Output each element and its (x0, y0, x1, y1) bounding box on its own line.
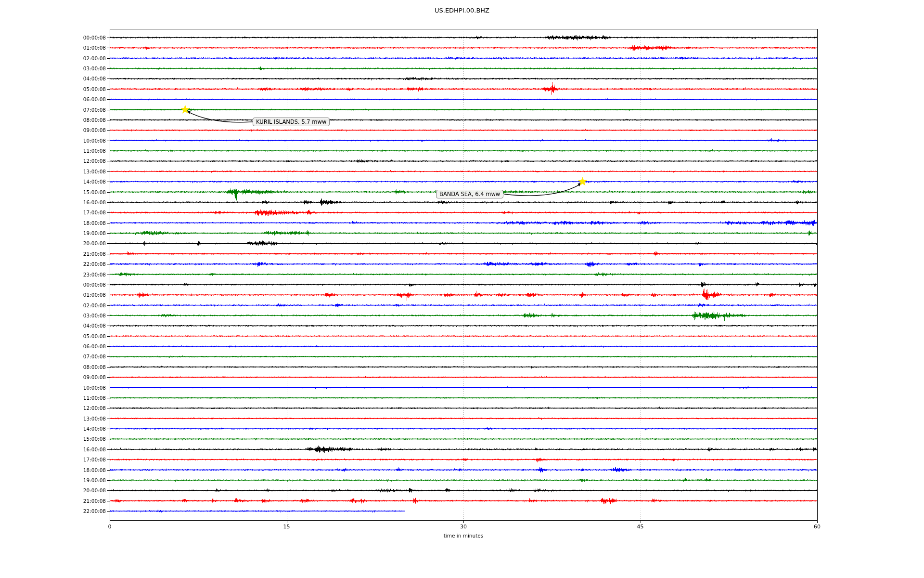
event-annotation-kuril-islands: KURIL ISLANDS, 5.7 mww (253, 118, 330, 126)
y-axis-label: 21:00:08 (58, 251, 106, 257)
y-axis-label: 04:00:08 (58, 323, 106, 328)
y-axis-label: 08:00:08 (58, 117, 106, 123)
y-axis-label: 03:00:08 (58, 66, 106, 71)
y-axis-label: 17:00:08 (58, 457, 106, 462)
x-axis-tick-label: 0 (108, 524, 112, 530)
y-axis-label: 16:00:08 (58, 199, 106, 205)
event-annotation-banda-sea: BANDA SEA, 6.4 mww (436, 190, 503, 198)
y-axis-label: 18:00:08 (58, 220, 106, 226)
y-axis-label: 23:00:08 (58, 272, 106, 277)
seismogram-canvas (0, 0, 924, 578)
y-axis-label: 07:00:08 (58, 107, 106, 113)
y-axis-label: 20:00:08 (58, 240, 106, 246)
y-axis-label: 13:00:08 (58, 416, 106, 421)
y-axis-label: 15:00:08 (58, 189, 106, 195)
y-axis-label: 10:00:08 (58, 385, 106, 391)
y-axis-label: 10:00:08 (58, 138, 106, 144)
y-axis-label: 11:00:08 (58, 395, 106, 401)
y-axis-label: 12:00:08 (58, 158, 106, 164)
y-axis-label: 02:00:08 (58, 302, 106, 308)
y-axis-label: 08:00:08 (58, 364, 106, 370)
y-axis-label: 03:00:08 (58, 313, 106, 318)
y-axis-label: 17:00:08 (58, 210, 106, 215)
x-axis-tick-label: 45 (637, 524, 644, 530)
figure-title: US.EDHPI.00.BHZ (0, 7, 924, 14)
y-axis-label: 18:00:08 (58, 467, 106, 473)
y-axis-label: 19:00:08 (58, 477, 106, 483)
x-axis-title: time in minutes (444, 533, 483, 539)
y-axis-label: 22:00:08 (58, 508, 106, 514)
x-axis-tick-label: 15 (283, 524, 290, 530)
y-axis-label: 06:00:08 (58, 96, 106, 102)
y-axis-label: 02:00:08 (58, 55, 106, 61)
x-axis-tick-label: 30 (460, 524, 467, 530)
y-axis-label: 16:00:08 (58, 447, 106, 452)
y-axis-label: 22:00:08 (58, 261, 106, 267)
y-axis-label: 09:00:08 (58, 374, 106, 380)
y-axis-label: 13:00:08 (58, 169, 106, 174)
y-axis-label: 21:00:08 (58, 498, 106, 504)
y-axis-label: 06:00:08 (58, 343, 106, 349)
y-axis-label: 05:00:08 (58, 333, 106, 339)
y-axis-label: 07:00:08 (58, 354, 106, 359)
y-axis-label: 01:00:08 (58, 292, 106, 298)
y-axis-label: 11:00:08 (58, 148, 106, 154)
y-axis-label: 01:00:08 (58, 45, 106, 51)
helicorder-figure: US.EDHPI.00.BHZ 00:00:0801:00:0802:00:08… (0, 0, 924, 578)
y-axis-label: 15:00:08 (58, 436, 106, 442)
y-axis-label: 14:00:08 (58, 426, 106, 432)
y-axis-label: 19:00:08 (58, 230, 106, 236)
y-axis-label: 00:00:08 (58, 282, 106, 288)
y-axis-label: 20:00:08 (58, 487, 106, 493)
y-axis-label: 09:00:08 (58, 127, 106, 133)
y-axis-label: 00:00:08 (58, 35, 106, 40)
x-axis-tick-label: 60 (814, 524, 821, 530)
y-axis-label: 05:00:08 (58, 86, 106, 92)
y-axis-label: 04:00:08 (58, 76, 106, 81)
y-axis-label: 12:00:08 (58, 405, 106, 411)
y-axis-label: 14:00:08 (58, 179, 106, 184)
